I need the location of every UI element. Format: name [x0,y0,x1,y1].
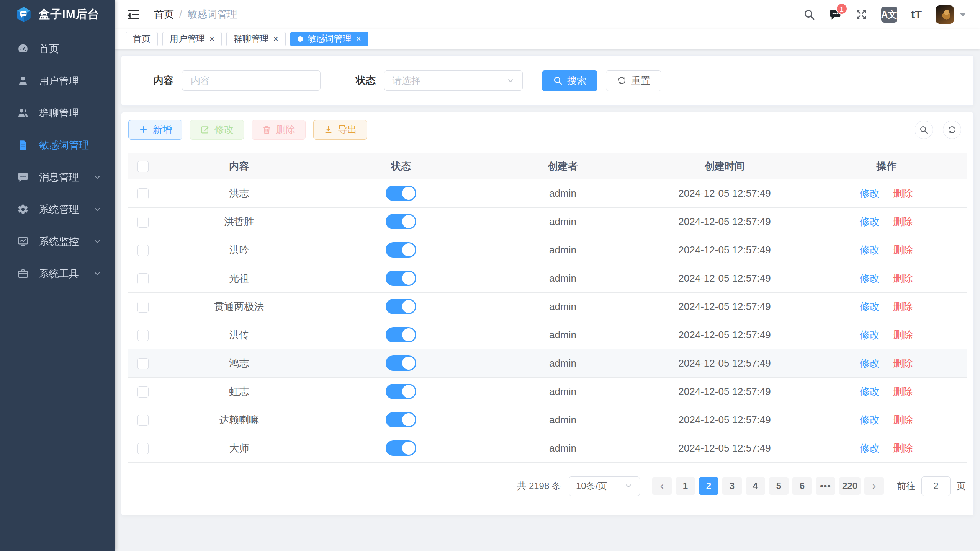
row-checkbox[interactable] [137,245,149,256]
sidebar-item-system[interactable]: 系统管理 [0,193,115,225]
tab-首页[interactable]: 首页 [126,32,158,46]
tab-用户管理[interactable]: 用户管理 × [162,32,222,46]
sidebar-item-label: 首页 [39,42,59,55]
goto-page-input[interactable] [921,476,951,496]
row-delete-link[interactable]: 删除 [893,442,913,454]
page-button-6[interactable]: 6 [792,477,812,495]
prev-page-button[interactable]: ‹ [652,477,672,495]
add-button[interactable]: 新增 [128,120,182,140]
row-edit-link[interactable]: 修改 [860,414,880,425]
sidebar-item-messages[interactable]: 消息管理 [0,161,115,193]
cell-creator: admin [482,349,644,377]
sidebar-item-sensitive[interactable]: 敏感词管理 [0,129,115,161]
row-checkbox[interactable] [137,302,149,313]
row-edit-link[interactable]: 修改 [860,301,880,312]
page-button-3[interactable]: 3 [722,477,742,495]
status-toggle[interactable] [386,214,416,229]
content-area: 内容 状态 请选择 搜索 重置 [115,49,980,551]
collapse-sidebar-icon[interactable] [126,8,140,21]
reset-button[interactable]: 重置 [606,70,661,91]
row-delete-link[interactable]: 删除 [893,272,913,284]
row-edit-link[interactable]: 修改 [860,442,880,454]
row-checkbox[interactable] [137,443,149,454]
page-button-1[interactable]: 1 [676,477,695,495]
row-delete-link[interactable]: 删除 [893,386,913,397]
tab-群聊管理[interactable]: 群聊管理 × [226,32,286,46]
font-size-icon[interactable]: tT [911,8,922,21]
row-checkbox[interactable] [137,358,149,369]
breadcrumb-current: 敏感词管理 [187,8,237,21]
page-button-220[interactable]: 220 [839,477,861,495]
toolbox-icon [17,267,29,280]
status-toggle[interactable] [386,355,416,371]
row-edit-link[interactable]: 修改 [860,357,880,369]
row-checkbox[interactable] [137,386,149,398]
search-icon[interactable] [803,8,815,21]
row-delete-link[interactable]: 删除 [893,187,913,199]
breadcrumb-home[interactable]: 首页 [154,8,174,21]
trash-icon [262,125,272,134]
status-toggle[interactable] [386,440,416,456]
row-delete-link[interactable]: 删除 [893,216,913,227]
page-button-2[interactable]: 2 [699,477,718,495]
row-delete-link[interactable]: 删除 [893,414,913,425]
next-page-button[interactable]: › [864,477,884,495]
status-toggle[interactable] [386,186,416,201]
row-delete-link[interactable]: 删除 [893,357,913,369]
select-all-checkbox[interactable] [137,161,149,172]
page-button-4[interactable]: 4 [746,477,765,495]
toggle-knob [402,187,415,200]
tab-close-icon[interactable]: × [356,35,361,43]
sidebar-item-home[interactable]: 首页 [0,33,115,65]
row-edit-link[interactable]: 修改 [860,329,880,341]
status-toggle[interactable] [386,384,416,399]
row-checkbox[interactable] [137,415,149,426]
status-toggle[interactable] [386,299,416,314]
status-toggle[interactable] [386,327,416,342]
cell-created-at: 2024-12-05 12:57:49 [644,377,806,406]
row-edit-link[interactable]: 修改 [860,216,880,227]
row-edit-link[interactable]: 修改 [860,187,880,199]
tab-敏感词管理[interactable]: 敏感词管理 × [290,32,368,46]
row-checkbox[interactable] [137,330,149,341]
row-edit-link[interactable]: 修改 [860,244,880,256]
row-delete-link[interactable]: 删除 [893,329,913,341]
cell-created-at: 2024-12-05 12:57:49 [644,207,806,236]
tab-close-icon[interactable]: × [273,35,278,43]
status-toggle[interactable] [386,242,416,258]
translate-icon[interactable]: A文 [881,7,897,23]
user-menu[interactable] [936,5,966,24]
edit-button[interactable]: 修改 [190,120,244,140]
page-size-value: 10条/页 [576,480,624,492]
row-checkbox[interactable] [137,188,149,199]
status-filter-select[interactable]: 请选择 [384,70,523,91]
sidebar-item-groups[interactable]: 群聊管理 [0,97,115,129]
row-delete-link[interactable]: 删除 [893,301,913,312]
page-ellipsis-button[interactable]: ••• [816,477,835,495]
page-button-5[interactable]: 5 [769,477,789,495]
sidebar-item-tools[interactable]: 系统工具 [0,258,115,290]
toggle-search-icon[interactable] [915,121,933,139]
row-checkbox[interactable] [137,273,149,284]
sidebar-item-monitor[interactable]: 系统监控 [0,225,115,258]
page-size-select[interactable]: 10条/页 [569,476,640,496]
search-button[interactable]: 搜索 [542,70,597,91]
export-button[interactable]: 导出 [313,120,367,140]
content-filter-input[interactable] [182,70,321,91]
status-toggle[interactable] [386,412,416,427]
sidebar-item-users[interactable]: 用户管理 [0,65,115,97]
row-edit-link[interactable]: 修改 [860,272,880,284]
fullscreen-icon[interactable] [855,8,867,21]
tab-close-icon[interactable]: × [209,35,214,43]
cell-created-at: 2024-12-05 12:57:49 [644,321,806,349]
app-logo[interactable]: 盒子IM后台 [0,0,115,29]
tab-bar: 首页 用户管理 × 群聊管理 × 敏感词管理 × [115,29,980,49]
cell-created-at: 2024-12-05 12:57:49 [644,292,806,321]
row-checkbox[interactable] [137,217,149,228]
row-edit-link[interactable]: 修改 [860,386,880,397]
status-toggle[interactable] [386,271,416,286]
row-delete-link[interactable]: 删除 [893,244,913,256]
refresh-table-icon[interactable] [943,121,961,139]
delete-button[interactable]: 删除 [252,120,306,140]
message-icon[interactable]: 1 [829,8,841,21]
